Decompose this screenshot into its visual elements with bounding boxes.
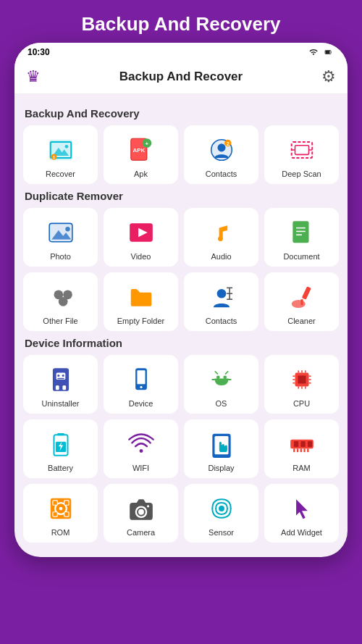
display-icon xyxy=(208,430,235,458)
svg-rect-84 xyxy=(293,441,298,447)
recover-icon-wrap: 1 xyxy=(45,134,77,166)
otherfile-item[interactable]: Other File xyxy=(23,272,98,331)
svg-point-98 xyxy=(219,506,224,511)
wifi-item[interactable]: WIFI xyxy=(104,419,178,478)
contacts-dup-item[interactable]: Contacts xyxy=(184,272,258,331)
svg-text:+: + xyxy=(145,141,148,147)
battery-status-icon xyxy=(323,48,334,57)
phone-frame: 10:30 ♛ Backup And Recover ⚙ Backup And … xyxy=(14,43,348,557)
ram-label: RAM xyxy=(292,464,310,472)
svg-point-50 xyxy=(140,386,142,388)
svg-point-39 xyxy=(291,300,305,308)
section-backup-title: Backup And Recovery xyxy=(25,107,339,120)
cpu-label: CPU xyxy=(293,399,310,408)
svg-rect-46 xyxy=(55,385,59,390)
svg-rect-81 xyxy=(300,448,301,452)
display-icon-wrap xyxy=(206,428,237,460)
status-bar: 10:30 xyxy=(14,43,348,60)
svg-rect-79 xyxy=(293,448,295,452)
svg-rect-86 xyxy=(307,441,311,447)
rom-icon xyxy=(47,495,75,522)
svg-rect-91 xyxy=(52,512,56,517)
top-bar: ♛ Backup And Recover ⚙ xyxy=(14,60,348,94)
photo-icon xyxy=(47,219,75,246)
svg-point-97 xyxy=(146,505,148,507)
apk-icon-wrap: APK + xyxy=(125,134,157,166)
svg-rect-45 xyxy=(57,378,64,380)
backup-grid: 1 Recover APK + Apk xyxy=(23,125,339,184)
svg-line-56 xyxy=(225,372,227,374)
audio-item[interactable]: Audio xyxy=(184,208,258,267)
recover-icon: 1 xyxy=(47,136,75,164)
svg-line-55 xyxy=(215,372,217,374)
photo-label: Photo xyxy=(50,252,71,261)
cleaner-icon xyxy=(288,283,316,311)
crown-icon: ♛ xyxy=(26,67,41,86)
svg-rect-85 xyxy=(300,441,305,447)
emptyfolder-item[interactable]: Empty Folder xyxy=(104,272,178,331)
ram-item[interactable]: RAM xyxy=(264,419,339,478)
recover-item[interactable]: 1 Recover xyxy=(23,125,98,184)
uninstaller-icon xyxy=(47,366,75,393)
display-item[interactable]: Display xyxy=(184,419,258,478)
rom-item[interactable]: ROM xyxy=(23,484,98,543)
time-display: 10:30 xyxy=(28,47,50,57)
svg-rect-40 xyxy=(300,299,303,305)
device-item[interactable]: Device xyxy=(104,355,178,414)
document-label: Document xyxy=(283,252,319,261)
emptyfolder-icon-wrap xyxy=(125,281,157,313)
svg-rect-17 xyxy=(295,146,308,155)
battery-label: Battery xyxy=(48,464,73,472)
os-icon xyxy=(208,366,235,393)
uninstaller-item[interactable]: Uninstaller xyxy=(23,355,98,414)
otherfile-label: Other File xyxy=(43,317,77,325)
battery-item[interactable]: Battery xyxy=(23,419,98,478)
os-item[interactable]: OS xyxy=(184,355,258,414)
cleaner-label: Cleaner xyxy=(287,317,316,325)
contacts-backup-icon: 2 xyxy=(208,136,235,164)
wifi-status-icon xyxy=(308,48,319,57)
audio-label: Audio xyxy=(211,252,231,261)
uninstaller-label: Uninstaller xyxy=(42,399,80,408)
svg-point-43 xyxy=(57,375,59,377)
device-grid: Uninstaller Device xyxy=(23,355,339,543)
rom-label: ROM xyxy=(51,528,70,537)
contacts-backup-label: Contacts xyxy=(206,170,237,178)
document-icon xyxy=(288,219,316,246)
cpu-item[interactable]: CPU xyxy=(264,355,339,414)
apk-item[interactable]: APK + Apk xyxy=(104,125,178,184)
battery-icon-wrap xyxy=(45,428,77,460)
cleaner-icon-wrap xyxy=(286,281,318,313)
svg-rect-38 xyxy=(301,286,311,299)
otherfile-icon xyxy=(47,283,75,311)
camera-item[interactable]: Camera xyxy=(104,484,178,543)
apk-icon: APK + xyxy=(127,136,155,164)
camera-icon-wrap xyxy=(125,493,157,524)
deepscan-icon-wrap xyxy=(286,134,318,166)
emptyfolder-icon xyxy=(127,283,155,311)
addwidget-icon-wrap xyxy=(286,493,318,524)
photo-item[interactable]: Photo xyxy=(23,208,98,267)
apk-label: Apk xyxy=(134,170,148,178)
svg-point-96 xyxy=(138,509,144,515)
ram-icon-wrap xyxy=(286,428,318,460)
contacts-backup-item[interactable]: 2 Contacts xyxy=(184,125,258,184)
document-item[interactable]: Document xyxy=(264,208,339,267)
contacts-dup-icon-wrap xyxy=(206,281,237,313)
addwidget-item[interactable]: Add Widget xyxy=(264,484,339,543)
audio-icon xyxy=(208,219,235,246)
page-title: Backup And Recovery xyxy=(81,0,280,43)
otherfile-icon-wrap xyxy=(45,281,77,313)
cpu-icon xyxy=(288,366,316,393)
svg-rect-83 xyxy=(307,448,308,452)
deepscan-icon xyxy=(288,136,316,164)
video-item[interactable]: Video xyxy=(104,208,178,267)
deepscan-item[interactable]: Deep Scan xyxy=(264,125,339,184)
cleaner-item[interactable]: Cleaner xyxy=(264,272,339,331)
svg-point-32 xyxy=(58,297,67,306)
sensor-item[interactable]: Sensor xyxy=(184,484,258,543)
settings-icon[interactable]: ⚙ xyxy=(321,67,336,86)
sensor-icon xyxy=(208,495,235,522)
svg-rect-1 xyxy=(326,51,330,54)
video-icon xyxy=(127,219,155,246)
